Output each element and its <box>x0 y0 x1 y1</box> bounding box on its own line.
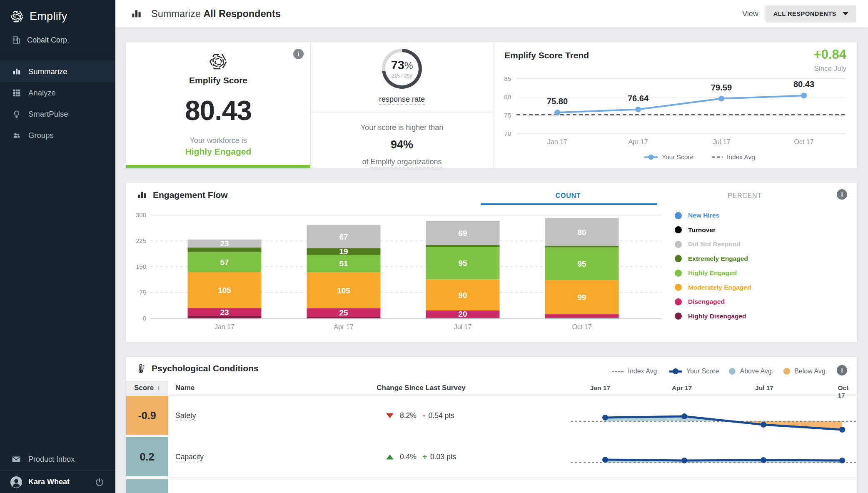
legend-dot <box>675 255 682 262</box>
svg-text:67: 67 <box>339 233 348 241</box>
legend-label: Moderately Engaged <box>688 284 751 291</box>
condition-score: -0.9 <box>126 396 168 435</box>
response-rate-label: response rate <box>311 95 493 104</box>
score-trend-chart: 7075808575.80Jan 1776.64Apr 1779.59Jul 1… <box>494 42 856 169</box>
line-dot-icon <box>669 370 682 373</box>
condition-score <box>126 479 168 493</box>
divider <box>311 113 493 113</box>
segment-extremely-engaged <box>188 248 262 253</box>
emplify-logo-icon <box>126 53 310 70</box>
segment-extremely-engaged <box>426 245 500 247</box>
triangle-down-icon <box>386 413 394 418</box>
legend-item-new-hires: New Hires <box>675 212 751 219</box>
svg-text:80.43: 80.43 <box>793 80 814 89</box>
segment-disengaged <box>545 314 619 318</box>
legend-label: New Hires <box>688 212 719 219</box>
percentile-value: 94% <box>311 138 493 151</box>
svg-text:Your Score: Your Score <box>662 153 693 160</box>
psych-legend: Index Avg.Your ScoreAbove Avg.Below Avg. <box>612 368 827 375</box>
condition-name[interactable]: Safety <box>175 411 196 420</box>
svg-text:Index Avg.: Index Avg. <box>727 153 757 160</box>
emplify-score-value: 80.43 <box>126 95 310 126</box>
condition-row-partial <box>126 478 857 493</box>
sidebar: Emplify Cobalt Corp. SummarizeAnalyzeSma… <box>0 0 115 493</box>
emplify-logo-icon <box>11 10 23 23</box>
legend-label: Highly Disengaged <box>688 313 746 320</box>
psych-legend-label: Index Avg. <box>628 368 658 375</box>
name-column-header: Name <box>175 384 195 392</box>
product-inbox-link[interactable]: Product Inbox <box>0 448 115 470</box>
info-icon[interactable]: i <box>293 49 304 59</box>
condition-sparkline <box>564 436 857 477</box>
logout-power-button[interactable] <box>95 477 105 487</box>
change-sign: - <box>423 411 425 420</box>
grid-icon <box>12 88 21 98</box>
svg-text:23: 23 <box>220 308 229 317</box>
change-percent: 8.2% <box>400 411 417 420</box>
svg-text:90: 90 <box>458 291 467 300</box>
lightbulb-icon <box>12 110 21 119</box>
psych-title: Psychological Conditions <box>152 363 259 373</box>
summary-cards: i Emplify Score 80.43 Your workforce is <box>126 42 858 169</box>
svg-text:69: 69 <box>458 229 467 238</box>
psych-legend-your-score: Your Score <box>669 368 719 375</box>
condition-name[interactable]: Capacity <box>175 453 204 461</box>
top-bar: Summarize All Respondents View ALL RESPO… <box>115 0 868 28</box>
dashed-line-icon <box>612 371 624 372</box>
svg-text:20: 20 <box>458 310 467 318</box>
svg-text:23: 23 <box>220 239 229 248</box>
sidebar-bottom: Product Inbox Kara Wheat <box>0 448 115 493</box>
legend-dot <box>675 298 682 305</box>
response-ratio: 215 / 295 <box>391 73 413 79</box>
svg-text:75.80: 75.80 <box>547 97 568 106</box>
main-area: Summarize All Respondents View ALL RESPO… <box>115 0 868 493</box>
condition-name-label[interactable]: Safety <box>175 411 196 421</box>
user-name: Kara Wheat <box>28 478 89 486</box>
svg-text:51: 51 <box>339 259 348 268</box>
svg-text:79.59: 79.59 <box>711 83 732 92</box>
donut-center: 73% 215 / 295 <box>391 59 413 79</box>
engagement-status: Highly Engaged <box>126 147 310 157</box>
condition-name-label[interactable]: Capacity <box>175 453 204 463</box>
psych-legend-label: Below Avg. <box>794 368 827 375</box>
date-column-header: Jul 17 <box>755 384 773 392</box>
engagement-flow-card: Engagement Flow COUNT PERCENT i 07515022… <box>126 182 858 343</box>
sidebar-item-analyze[interactable]: Analyze <box>0 82 115 103</box>
dot-icon <box>729 368 736 375</box>
svg-text:75: 75 <box>139 289 146 296</box>
info-icon[interactable]: i <box>837 365 847 375</box>
summarize-bar-chart-icon <box>131 8 142 20</box>
brand-home-link[interactable]: Emplify <box>0 0 115 30</box>
psych-table-header: Score↑ Name Change Since Last Survey Jan… <box>126 381 857 395</box>
bar-chart-icon <box>12 67 21 76</box>
sidebar-item-groups[interactable]: Groups <box>0 125 115 146</box>
view-dropdown[interactable]: ALL RESPONDENTS <box>766 5 856 23</box>
sidebar-item-label: SmartPulse <box>28 110 68 119</box>
org-switcher[interactable]: Cobalt Corp. <box>0 30 115 54</box>
sidebar-item-summarize[interactable]: Summarize <box>0 61 115 82</box>
condition-row-capacity: 0.2Capacity0.4%+ 0.03 pts <box>126 436 857 478</box>
legend-dot <box>675 212 682 219</box>
score-trend-card: Emplify Score Trend +0.84 Since July 707… <box>494 42 857 168</box>
stacked-bar-jan-17: 231055723 <box>188 239 262 318</box>
view-dropdown-value: ALL RESPONDENTS <box>773 10 836 17</box>
app-root: Emplify Cobalt Corp. SummarizeAnalyzeSma… <box>0 0 868 493</box>
score-column-header[interactable]: Score↑ <box>126 381 168 395</box>
legend-label: Highly Engaged <box>688 269 737 277</box>
stacked-bar-jul-17: 20909569 <box>426 221 500 318</box>
envelope-icon <box>11 454 21 464</box>
psych-legend-above-avg-: Above Avg. <box>729 368 773 375</box>
view-label: View <box>742 10 758 18</box>
sidebar-item-label: Summarize <box>28 67 67 76</box>
sidebar-item-label: Analyze <box>28 88 56 98</box>
psych-legend-label: Above Avg. <box>740 368 773 375</box>
svg-text:95: 95 <box>458 259 467 268</box>
sidebar-item-smartpulse[interactable]: SmartPulse <box>0 103 115 125</box>
legend-dot <box>675 270 682 277</box>
svg-text:70: 70 <box>504 130 511 137</box>
response-rate-card: 73% 215 / 295 response rate Your score i… <box>311 42 494 168</box>
change-points: - 0.54 pts <box>423 411 454 420</box>
condition-sparkline <box>564 395 857 436</box>
svg-text:300: 300 <box>136 211 146 218</box>
svg-text:25: 25 <box>339 308 348 317</box>
